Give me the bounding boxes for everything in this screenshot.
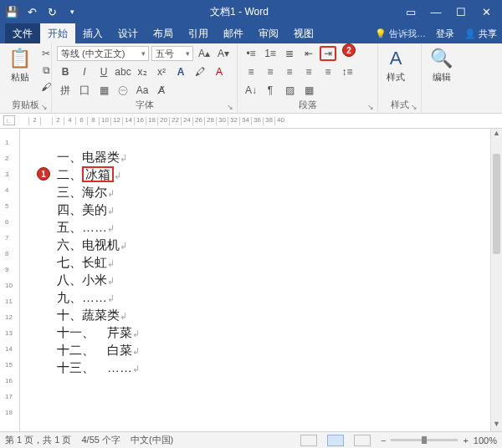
change-case-icon[interactable]: Aa: [134, 83, 151, 98]
share-button[interactable]: 👤 共享: [464, 28, 497, 40]
font-launcher-icon[interactable]: ↘: [227, 103, 233, 111]
clear-formatting-icon[interactable]: A̸: [153, 83, 170, 98]
tab-mailings[interactable]: 邮件: [216, 23, 251, 43]
highlight-icon[interactable]: 🖍: [192, 64, 208, 79]
bullets-icon[interactable]: •≡: [243, 46, 259, 61]
scrollbar-vertical[interactable]: ▲ ▼: [490, 129, 502, 431]
grow-font-icon[interactable]: A▴: [196, 46, 213, 61]
zoom-level[interactable]: 100%: [474, 435, 497, 445]
styles-launcher-icon[interactable]: ↘: [411, 103, 417, 111]
zoom-slider[interactable]: [391, 439, 458, 441]
list-item[interactable]: 十、蔬菜类↲: [57, 307, 502, 324]
scrollbar-thumb[interactable]: [493, 154, 500, 254]
superscript-button[interactable]: x²: [153, 64, 170, 79]
workspace: 123456789101112131415161718 一、电器类↲1二、冰箱↲…: [0, 129, 502, 431]
qat-customize-icon[interactable]: ▾: [65, 5, 79, 18]
bold-button[interactable]: B: [57, 64, 74, 79]
list-item[interactable]: 一、电器类↲: [57, 149, 502, 166]
font-color-icon[interactable]: A: [211, 64, 228, 79]
list-item[interactable]: 十一、 芹菜↲: [57, 324, 502, 342]
minimize-icon[interactable]: —: [425, 3, 447, 20]
borders-icon[interactable]: ▦: [300, 83, 317, 98]
page-content[interactable]: 一、电器类↲1二、冰箱↲三、海尔↲四、美的↲五、……↲六、电视机↲七、长虹↲八、…: [20, 129, 502, 377]
view-read-mode-icon[interactable]: [300, 435, 317, 446]
styles-button[interactable]: A 样式: [383, 46, 408, 85]
list-item[interactable]: 八、小米↲: [57, 272, 502, 289]
italic-button[interactable]: I: [76, 64, 93, 79]
tab-home[interactable]: 开始: [40, 23, 75, 43]
ribbon-options-icon[interactable]: ▭: [400, 3, 422, 20]
tab-view[interactable]: 视图: [286, 23, 321, 43]
window-title: 文档1 - Word: [79, 5, 400, 19]
tab-file[interactable]: 文件: [5, 23, 40, 43]
line-spacing-icon[interactable]: ↕≡: [339, 64, 356, 79]
justify-icon[interactable]: ≡: [300, 64, 317, 79]
status-word-count[interactable]: 4/55 个字: [81, 434, 120, 446]
tab-insert[interactable]: 插入: [75, 23, 110, 43]
show-marks-icon[interactable]: ¶: [262, 83, 279, 98]
list-item[interactable]: 六、电视机↲: [57, 237, 502, 254]
align-center-icon[interactable]: ≡: [262, 64, 279, 79]
char-shading-icon[interactable]: ▦: [95, 83, 112, 98]
view-web-layout-icon[interactable]: [354, 435, 371, 446]
char-border-icon[interactable]: 囗: [76, 83, 93, 98]
list-item[interactable]: 九、……↲: [57, 289, 502, 307]
clipboard-launcher-icon[interactable]: ↘: [41, 103, 48, 111]
view-print-layout-icon[interactable]: [327, 435, 344, 446]
title-bar: 💾 ↶ ↻ ▾ 文档1 - Word ▭ — ☐ ✕: [0, 0, 502, 23]
zoom-out-button[interactable]: −: [381, 435, 386, 445]
distributed-icon[interactable]: ≡: [320, 64, 336, 79]
shading-icon[interactable]: ▨: [281, 83, 298, 98]
tab-layout[interactable]: 布局: [146, 23, 181, 43]
selected-text[interactable]: 冰箱: [82, 166, 114, 182]
scroll-up-icon[interactable]: ▲: [491, 129, 502, 140]
status-bar: 第 1 页，共 1 页 4/55 个字 中文(中国) − + 100%: [0, 431, 502, 448]
tell-me-search[interactable]: 💡 告诉我…: [375, 28, 426, 40]
multilevel-list-icon[interactable]: ≣: [281, 46, 298, 61]
subscript-button[interactable]: x₂: [134, 64, 151, 79]
status-language[interactable]: 中文(中国): [131, 434, 173, 446]
undo-icon[interactable]: ↶: [25, 5, 38, 18]
list-item[interactable]: 四、美的↲: [57, 201, 502, 219]
tab-design[interactable]: 设计: [110, 23, 146, 43]
shrink-font-icon[interactable]: A▾: [215, 46, 232, 61]
maximize-icon[interactable]: ☐: [450, 3, 472, 20]
decrease-indent-icon[interactable]: ⇤: [300, 46, 317, 61]
list-item[interactable]: 三、海尔↲: [57, 184, 502, 201]
document-area[interactable]: 一、电器类↲1二、冰箱↲三、海尔↲四、美的↲五、……↲六、电视机↲七、长虹↲八、…: [20, 129, 502, 431]
align-left-icon[interactable]: ≡: [243, 64, 259, 79]
paste-button[interactable]: 📋 粘贴: [5, 46, 34, 85]
editing-button[interactable]: 🔍 编辑: [427, 46, 456, 85]
zoom-control: − + 100%: [381, 435, 497, 445]
list-item[interactable]: 五、……↲: [57, 219, 502, 237]
numbering-icon[interactable]: 1≡: [262, 46, 279, 61]
paste-icon: 📋: [8, 48, 31, 69]
enclose-chars-icon[interactable]: ㊀: [115, 83, 131, 98]
font-name-select[interactable]: 等线 (中文正文): [57, 46, 149, 61]
sort-icon[interactable]: A↓: [243, 83, 259, 98]
close-icon[interactable]: ✕: [475, 3, 497, 20]
list-item[interactable]: 1二、冰箱↲: [57, 166, 502, 184]
underline-button[interactable]: U: [95, 64, 112, 79]
tab-selector-icon[interactable]: ∟: [3, 115, 15, 125]
redo-icon[interactable]: ↻: [45, 5, 59, 18]
phonetic-guide-icon[interactable]: 拼: [57, 83, 74, 98]
list-item[interactable]: 七、长虹↲: [57, 254, 502, 272]
font-size-select[interactable]: 五号: [151, 46, 193, 61]
list-item[interactable]: 十二、 白菜↲: [57, 342, 502, 359]
ruler-horizontal[interactable]: ∟ 2246810121416182022242628303234363840: [0, 114, 502, 129]
ruler-vertical[interactable]: 123456789101112131415161718: [0, 129, 20, 431]
text-effects-icon[interactable]: A: [172, 64, 189, 79]
status-page[interactable]: 第 1 页，共 1 页: [5, 434, 71, 446]
increase-indent-icon[interactable]: ⇥: [320, 46, 336, 61]
strikethrough-button[interactable]: abc: [115, 64, 131, 79]
scroll-down-icon[interactable]: ▼: [491, 420, 502, 431]
tab-references[interactable]: 引用: [181, 23, 216, 43]
login-link[interactable]: 登录: [431, 28, 459, 40]
align-right-icon[interactable]: ≡: [281, 64, 298, 79]
paragraph-launcher-icon[interactable]: ↘: [367, 103, 374, 111]
zoom-in-button[interactable]: +: [463, 435, 468, 445]
save-icon[interactable]: 💾: [5, 5, 18, 18]
list-item[interactable]: 十三、 ……↲: [57, 359, 502, 377]
tab-review[interactable]: 审阅: [251, 23, 286, 43]
